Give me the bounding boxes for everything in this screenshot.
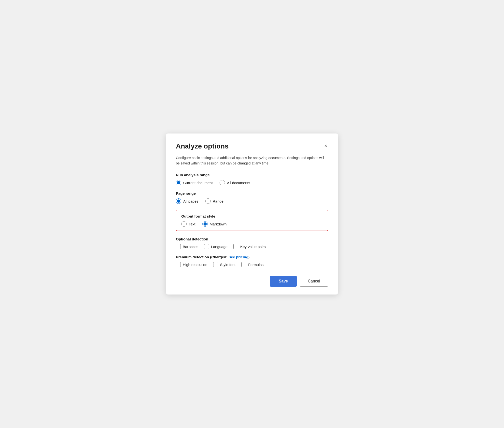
key-value-pairs-label: Key-value pairs <box>240 245 266 249</box>
language-label: Language <box>211 245 227 249</box>
all-pages-option[interactable]: All pages <box>176 198 198 204</box>
language-option[interactable]: Language <box>204 244 227 249</box>
range-label: Range <box>213 199 224 203</box>
language-checkbox[interactable] <box>204 244 209 249</box>
range-option[interactable]: Range <box>205 198 224 204</box>
markdown-option[interactable]: Markdown <box>202 221 227 227</box>
run-analysis-title: Run analysis range <box>176 173 328 177</box>
dialog-header: Analyze options × <box>176 142 328 150</box>
output-format-title: Output format style <box>181 214 323 218</box>
barcodes-label: Barcodes <box>183 245 198 249</box>
formulas-label: Formulas <box>248 263 264 267</box>
all-documents-option[interactable]: All documents <box>220 180 250 185</box>
premium-detection-section: Premium detection (Charged: See pricing)… <box>176 255 328 267</box>
range-radio[interactable] <box>205 198 211 204</box>
high-resolution-label: High resolution <box>183 263 207 267</box>
formulas-checkbox[interactable] <box>241 262 246 267</box>
style-font-label: Style font <box>220 263 236 267</box>
text-option[interactable]: Text <box>181 221 196 227</box>
style-font-option[interactable]: Style font <box>213 262 236 267</box>
premium-title-suffix: ) <box>248 255 250 259</box>
page-range-section: Page range All pages Range <box>176 191 328 204</box>
page-range-title: Page range <box>176 191 328 195</box>
text-label: Text <box>189 222 196 226</box>
premium-detection-checkbox-group: High resolution Style font Formulas <box>176 262 328 267</box>
key-value-pairs-checkbox[interactable] <box>233 244 238 249</box>
run-analysis-radio-group: Current document All documents <box>176 180 328 185</box>
all-documents-radio[interactable] <box>220 180 225 185</box>
all-documents-label: All documents <box>227 181 250 185</box>
cancel-button[interactable]: Cancel <box>300 276 328 287</box>
analyze-options-dialog: Analyze options × Configure basic settin… <box>166 133 338 295</box>
all-pages-label: All pages <box>183 199 198 203</box>
dialog-title: Analyze options <box>176 142 229 150</box>
formulas-option[interactable]: Formulas <box>241 262 264 267</box>
current-document-radio[interactable] <box>176 180 181 185</box>
output-format-section: Output format style Text Markdown <box>176 210 328 231</box>
output-format-radio-group: Text Markdown <box>181 221 323 227</box>
high-resolution-option[interactable]: High resolution <box>176 262 207 267</box>
run-analysis-section: Run analysis range Current document All … <box>176 173 328 185</box>
barcodes-option[interactable]: Barcodes <box>176 244 198 249</box>
optional-detection-title: Optional detection <box>176 237 328 241</box>
high-resolution-checkbox[interactable] <box>176 262 181 267</box>
see-pricing-link[interactable]: See pricing <box>228 255 248 259</box>
optional-detection-checkbox-group: Barcodes Language Key-value pairs <box>176 244 328 249</box>
dialog-footer: Save Cancel <box>176 276 328 287</box>
save-button[interactable]: Save <box>270 276 297 287</box>
optional-detection-section: Optional detection Barcodes Language Key… <box>176 237 328 249</box>
page-range-radio-group: All pages Range <box>176 198 328 204</box>
premium-detection-title: Premium detection (Charged: See pricing) <box>176 255 328 259</box>
premium-title-prefix: Premium detection (Charged: <box>176 255 228 259</box>
key-value-pairs-option[interactable]: Key-value pairs <box>233 244 266 249</box>
text-radio[interactable] <box>181 221 187 227</box>
current-document-option[interactable]: Current document <box>176 180 213 185</box>
markdown-radio[interactable] <box>202 221 208 227</box>
dialog-description: Configure basic settings and additional … <box>176 155 328 166</box>
style-font-checkbox[interactable] <box>213 262 218 267</box>
current-document-label: Current document <box>183 181 213 185</box>
markdown-label: Markdown <box>210 222 227 226</box>
close-button[interactable]: × <box>323 142 328 149</box>
all-pages-radio[interactable] <box>176 198 181 204</box>
barcodes-checkbox[interactable] <box>176 244 181 249</box>
